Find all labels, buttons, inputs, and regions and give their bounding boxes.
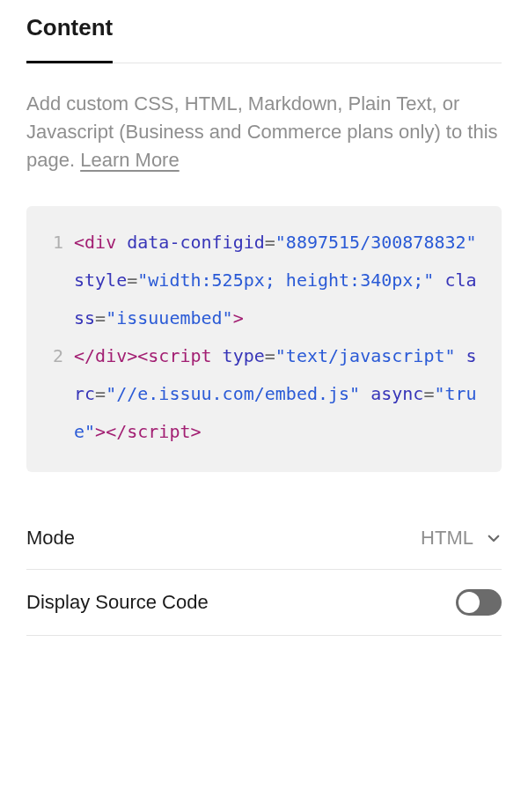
tab-bar: Content (26, 14, 502, 63)
line-number: 1 (44, 224, 74, 337)
mode-label: Mode (26, 527, 75, 550)
learn-more-link[interactable]: Learn More (80, 149, 180, 171)
line-number: 2 (44, 337, 74, 451)
code-line: 1<div data-configid="8897515/300878832" … (44, 224, 484, 337)
code-text: <div data-configid="8897515/300878832" s… (74, 224, 484, 337)
code-editor[interactable]: 1<div data-configid="8897515/300878832" … (26, 206, 502, 472)
display-source-label: Display Source Code (26, 591, 209, 614)
display-source-row: Display Source Code (26, 570, 502, 636)
code-line: 2</div><script type="text/javascript" sr… (44, 337, 484, 451)
code-text: </div><script type="text/javascript" src… (74, 337, 484, 451)
mode-value-text: HTML (421, 527, 473, 550)
mode-row: Mode HTML (26, 507, 502, 570)
tab-content[interactable]: Content (26, 14, 113, 63)
chevron-down-icon (486, 530, 502, 546)
toggle-knob (458, 592, 480, 613)
display-source-toggle[interactable] (456, 589, 502, 616)
mode-select[interactable]: HTML (421, 527, 502, 550)
help-text: Add custom CSS, HTML, Markdown, Plain Te… (26, 90, 502, 174)
